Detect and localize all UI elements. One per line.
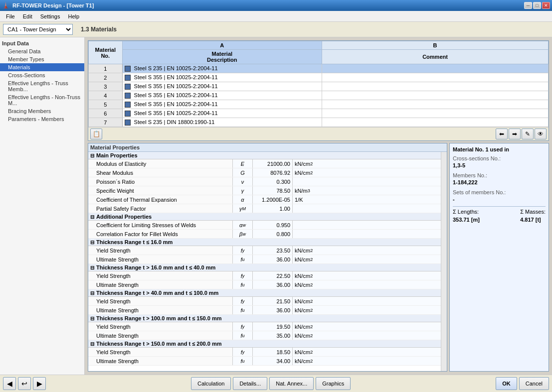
table-row[interactable]: 2 Steel S 355 | EN 10025-2:2004-11	[89, 73, 549, 82]
prop-unit	[293, 230, 297, 238]
sidebar-item-general-data[interactable]: General Data	[0, 47, 84, 55]
prop-row: Ultimate Strength fu 34.00 kN/cm2	[88, 357, 441, 366]
group-label: Main Properties	[96, 152, 138, 158]
collapse-icon: ⊟	[90, 240, 94, 245]
prop-symbol: γ	[233, 186, 253, 195]
prop-unit: kN/m3	[293, 186, 312, 195]
prop-group-1[interactable]: ⊟Additional Properties	[88, 213, 441, 221]
lengths-value: 353.71	[453, 217, 470, 223]
prop-symbol: fu	[233, 357, 253, 365]
prop-label: Ultimate Strength	[88, 357, 233, 365]
prop-symbol: α	[233, 195, 253, 204]
prop-unit: kN/cm2	[293, 168, 315, 177]
calculation-button[interactable]: Calculation	[191, 377, 231, 390]
toolbar-btn-1[interactable]: ⬅	[496, 129, 508, 139]
nav-home-button[interactable]: ↩	[18, 377, 31, 390]
sidebar: Input Data General Data Member Types Mat…	[0, 37, 85, 375]
sidebar-item-cross-sections[interactable]: Cross-Sections	[0, 71, 84, 79]
table-row[interactable]: 1 Steel S 235 | EN 10025-2:2004-11	[89, 64, 549, 73]
row-num: 3	[89, 82, 123, 91]
table-row[interactable]: 6 Steel S 355 | EN 10025-2:2004-11	[89, 109, 549, 118]
scrollbar[interactable]	[441, 152, 447, 371]
close-button[interactable]: ✕	[542, 2, 550, 9]
prop-symbol: αw	[233, 221, 253, 229]
main-panel: Material No. A B Material	[85, 37, 552, 375]
collapse-icon: ⊟	[90, 214, 94, 220]
nav-next-button[interactable]: ▶	[33, 377, 46, 390]
nat-annex-button[interactable]: Nat. Annex...	[269, 377, 314, 390]
menu-edit[interactable]: Edit	[19, 12, 36, 20]
prop-group-2[interactable]: ⊟Thickness Range t ≤ 16.0 mm	[88, 239, 441, 246]
col-material-subheader: Material Description	[122, 50, 322, 64]
materials-table-container: Material No. A B Material	[88, 40, 549, 141]
menu-file[interactable]: File	[2, 12, 19, 20]
members-value: 1-184,222	[453, 179, 546, 185]
prop-group-5[interactable]: ⊟Thickness Range t > 100.0 mm and t ≤ 15…	[88, 315, 441, 322]
prop-label: Poisson´s Ratio	[88, 177, 233, 186]
sidebar-group-input: Input Data	[0, 39, 84, 47]
bottom-bar: ◀ ↩ ▶ Calculation Details... Nat. Annex.…	[0, 375, 552, 392]
prop-group-4[interactable]: ⊟Thickness Range t > 40.0 mm and t ≤ 100…	[88, 289, 441, 297]
sidebar-item-materials[interactable]: Materials	[0, 63, 84, 71]
table-row[interactable]: 7 Steel S 235 | DIN 18800:1990-11	[89, 118, 549, 127]
section-title: 1.3 Materials	[76, 26, 117, 33]
toolbar-btn-4[interactable]: 👁	[535, 129, 547, 139]
prop-row: Ultimate Strength fu 35.00 kN/cm2	[88, 331, 441, 340]
row-comment	[322, 91, 549, 100]
prop-symbol: ν	[233, 177, 253, 186]
nav-prev-button[interactable]: ◀	[3, 377, 16, 390]
prop-unit: kN/cm2	[293, 297, 315, 305]
material-color-icon	[125, 66, 131, 72]
prop-value: 21.50	[253, 297, 293, 305]
graphics-button[interactable]: Graphics	[316, 377, 351, 390]
prop-group-0[interactable]: ⊟Main Properties	[88, 152, 441, 159]
prop-row: Coefficient for Limiting Stresses of Wel…	[88, 221, 441, 230]
collapse-icon: ⊟	[90, 290, 94, 296]
prop-label: Yield Strength	[88, 246, 233, 255]
prop-unit	[293, 221, 297, 229]
minimize-button[interactable]: ─	[524, 2, 532, 9]
prop-row: Yield Strength fy 23.50 kN/cm2	[88, 246, 441, 255]
sets-value: -	[453, 196, 546, 202]
ca-dropdown[interactable]: CA1 - Tower Design	[3, 24, 73, 35]
col-comment-subheader: Comment	[322, 50, 549, 64]
sidebar-item-parameters[interactable]: Parameters - Members	[0, 115, 84, 123]
cancel-button[interactable]: Cancel	[519, 377, 549, 390]
sidebar-item-eff-lengths-nontruss[interactable]: Effective Lengths - Non-Truss M...	[0, 93, 84, 107]
members-label: Members No.:	[453, 172, 546, 178]
prop-symbol: fy	[233, 348, 253, 356]
toolbar-btn-2[interactable]: ➡	[509, 129, 521, 139]
prop-unit: kN/cm2	[293, 255, 315, 263]
prop-value: 23.50	[253, 246, 293, 255]
sidebar-item-member-types[interactable]: Member Types	[0, 55, 84, 63]
row-material: Steel S 235 | DIN 18800:1990-11	[122, 118, 322, 127]
prop-group-6[interactable]: ⊟Thickness Range t > 150.0 mm and t ≤ 20…	[88, 340, 441, 348]
prop-label: Shear Modulus	[88, 168, 233, 177]
group-label: Thickness Range t > 16.0 mm and t ≤ 40.0…	[96, 264, 215, 270]
menu-settings[interactable]: Settings	[36, 12, 64, 20]
row-comment	[322, 64, 549, 73]
ok-button[interactable]: OK	[496, 377, 517, 390]
sidebar-item-bracing[interactable]: Bracing Members	[0, 107, 84, 115]
table-toolbar: 📋 ⬅ ➡ ✎ 👁	[88, 127, 549, 140]
prop-row: Yield Strength fy 21.50 kN/cm2	[88, 297, 441, 306]
prop-label: Ultimate Strength	[88, 255, 233, 263]
collapse-icon: ⊟	[90, 341, 94, 347]
table-row[interactable]: 5 Steel S 355 | EN 10025-2:2004-11	[89, 100, 549, 109]
table-row[interactable]: 3 Steel S 355 | EN 10025-2:2004-11	[89, 82, 549, 91]
sidebar-item-eff-lengths-truss[interactable]: Effective Lengths - Truss Memb...	[0, 79, 84, 93]
prop-value: 22.50	[253, 271, 293, 280]
details-button[interactable]: Details...	[233, 377, 267, 390]
prop-row: Yield Strength fy 18.50 kN/cm2	[88, 348, 441, 357]
group-label: Thickness Range t > 100.0 mm and t ≤ 150…	[96, 315, 222, 321]
insert-material-button[interactable]: 📋	[90, 129, 102, 139]
prop-value: 18.50	[253, 348, 293, 356]
menu-help[interactable]: Help	[64, 12, 83, 20]
prop-label: Correlation Factor for Fillet Welds	[88, 230, 233, 238]
prop-value: 0.300	[253, 177, 293, 186]
table-row[interactable]: 4 Steel S 355 | EN 10025-2:2004-11	[89, 91, 549, 100]
maximize-button[interactable]: □	[533, 2, 541, 9]
prop-group-3[interactable]: ⊟Thickness Range t > 16.0 mm and t ≤ 40.…	[88, 264, 441, 271]
toolbar-btn-3[interactable]: ✎	[522, 129, 534, 139]
prop-row: Shear Modulus G 8076.92 kN/cm2	[88, 168, 441, 177]
